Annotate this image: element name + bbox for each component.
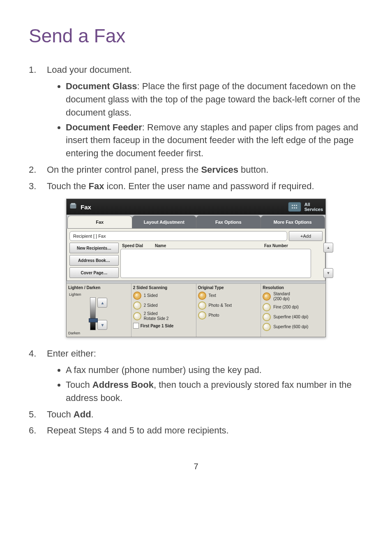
darken-label: Darken: [68, 331, 80, 335]
first-page-label: First Page 1 Side: [141, 324, 174, 328]
radio-icon: [133, 312, 141, 320]
col-speed-dial: Speed Dial: [122, 243, 155, 248]
lighten-darken-header: Lighten / Darken: [68, 285, 100, 290]
step-3: Touch the Fax icon. Enter the user name …: [29, 180, 363, 193]
col-name: Name: [155, 243, 264, 248]
scroll-up-button[interactable]: ▲: [323, 243, 333, 253]
col-fax-number: Fax Number: [264, 243, 309, 248]
svg-rect-5: [292, 207, 293, 208]
step-4: Enter either: A fax number (phone number…: [29, 347, 363, 405]
first-page-1side[interactable]: First Page 1 Side: [133, 323, 194, 329]
grid-icon: [288, 202, 301, 212]
step-2a: On the printer control panel, press the: [47, 164, 201, 175]
res-std-l2: (200 dpi): [273, 297, 289, 301]
checkbox-icon: [133, 323, 139, 329]
sided-header: 2 Sided Scanning: [133, 285, 194, 290]
fax-panel-title: Fax: [81, 204, 91, 211]
svg-rect-2: [292, 205, 293, 206]
radio-icon: [133, 301, 141, 310]
res-s400-label: Superfine (400 dpi): [273, 315, 308, 320]
step-6: Repeat Steps 4 and 5 to add more recipie…: [29, 424, 363, 437]
orig-phototext-label: Photo & Text: [209, 303, 232, 308]
scroll-down-button[interactable]: ▼: [323, 268, 333, 278]
res-super600[interactable]: Superfine (600 dpi): [263, 323, 324, 331]
step-3a: Touch the: [47, 181, 89, 191]
recipients-list[interactable]: [120, 249, 311, 278]
sided-1-label: 1 Sided: [144, 293, 158, 298]
orig-text[interactable]: Text: [198, 292, 259, 300]
triangle-down-icon: ▼: [327, 271, 330, 275]
add-recipient-button[interactable]: +Add: [289, 231, 323, 241]
res-s600-label: Superfine (600 dpi): [273, 324, 308, 329]
page-number: 7: [29, 462, 363, 471]
new-recipients-button[interactable]: New Recipients…: [69, 243, 119, 253]
res-fine[interactable]: Fine (200 dpi): [263, 303, 324, 311]
svg-rect-1: [71, 203, 75, 204]
lighten-darken-slider[interactable]: [90, 297, 96, 330]
tab-fax[interactable]: Fax: [67, 215, 132, 229]
document-glass-label: Document Glass: [66, 81, 137, 91]
radio-icon: [198, 301, 206, 310]
step-4-opt-faxnumber: A fax number (phone number) using the ke…: [66, 364, 363, 377]
tab-layout-adjust[interactable]: Layout Adjustment: [132, 215, 197, 229]
tab-layout-label: Layout Adjustment: [144, 220, 184, 225]
fax-panel-screenshot: Fax All Services Fax Layout Adjustment F…: [66, 199, 326, 337]
orig-photo-label: Photo: [209, 313, 219, 318]
tab-more-fax-options[interactable]: More Fax Options: [261, 215, 325, 229]
sided-2-rot[interactable]: 2 SidedRotate Side 2: [133, 311, 194, 321]
all-services-button[interactable]: All Services: [288, 202, 323, 212]
step-1-glass: Document Glass: Place the first page of …: [66, 80, 363, 119]
document-feeder-label: Document Feeder: [66, 122, 142, 132]
step-4-2a: Touch: [66, 380, 92, 390]
step-1-text: Load your document.: [47, 65, 132, 75]
recipient-input[interactable]: Recipient [ ] Fax: [69, 231, 287, 241]
triangle-up-icon: ▲: [327, 246, 330, 250]
sided-2r-l1: 2 Sided: [144, 311, 158, 316]
radio-icon: [198, 311, 206, 320]
cover-page-button[interactable]: Cover Page…: [69, 267, 119, 278]
step-5b: Add: [74, 409, 91, 419]
step-1: Load your document. Document Glass: Plac…: [29, 63, 363, 160]
step-5: Touch Add.: [29, 408, 363, 421]
sided-2-label: 2 Sided: [144, 303, 158, 308]
orig-photo[interactable]: Photo: [198, 311, 259, 320]
svg-rect-7: [296, 207, 297, 208]
res-super400[interactable]: Superfine (400 dpi): [263, 313, 324, 321]
step-1-feeder: Document Feeder: Remove any staples and …: [66, 121, 363, 160]
orig-text-label: Text: [209, 293, 216, 298]
step-5c: .: [91, 409, 94, 419]
svg-rect-4: [296, 205, 297, 206]
svg-rect-3: [294, 205, 295, 206]
radio-icon: [263, 292, 271, 301]
step-4-text: Enter either:: [47, 348, 96, 359]
step-5a: Touch: [47, 409, 74, 419]
orig-header: Original Type: [198, 285, 259, 290]
slider-handle[interactable]: [89, 318, 98, 322]
step-4-2b: Address Book: [92, 380, 154, 390]
orig-photo-text[interactable]: Photo & Text: [198, 301, 259, 310]
step-2: On the printer control panel, press the …: [29, 163, 363, 176]
res-standard[interactable]: Standard(200 dpi): [263, 292, 324, 301]
sided-1[interactable]: 1 Sided: [133, 292, 194, 300]
step-3c: icon. Enter the user name and password i…: [104, 181, 314, 191]
svg-rect-6: [294, 207, 295, 208]
lighten-down-button[interactable]: ▼: [97, 320, 107, 330]
step-2c: button.: [238, 164, 268, 175]
sided-2r-l2: Rotate Side 2: [144, 316, 169, 321]
tab-fax-options[interactable]: Fax Options: [196, 215, 261, 229]
lighten-label: Lighten: [69, 292, 81, 297]
radio-icon: [263, 313, 271, 321]
step-3b: Fax: [89, 181, 104, 191]
address-book-button[interactable]: Address Book…: [69, 255, 119, 266]
triangle-up-icon: ▲: [100, 301, 104, 305]
sided-2[interactable]: 2 Sided: [133, 301, 194, 310]
radio-icon: [133, 292, 141, 300]
radio-icon: [198, 292, 206, 300]
triangle-down-icon: ▼: [100, 323, 104, 327]
fax-app-icon: [69, 202, 77, 212]
radio-icon: [263, 323, 271, 331]
lighten-up-button[interactable]: ▲: [97, 298, 107, 308]
step-2b: Services: [201, 164, 238, 175]
page-title: Send a Fax: [29, 25, 363, 47]
radio-icon: [263, 303, 271, 311]
